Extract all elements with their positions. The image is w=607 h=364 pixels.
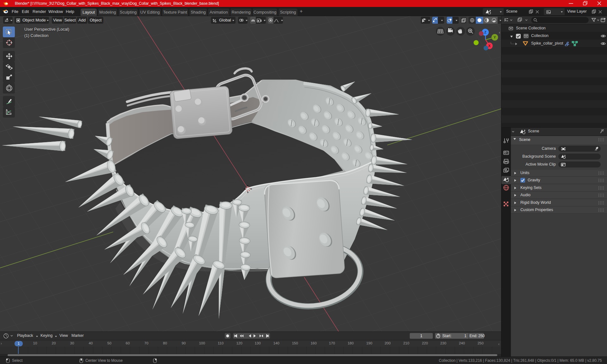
svg-text:‹: ‹ xyxy=(499,30,500,35)
svg-text:Y: Y xyxy=(494,35,496,39)
svg-text:X: X xyxy=(488,44,491,48)
svg-text:Z: Z xyxy=(484,30,487,34)
